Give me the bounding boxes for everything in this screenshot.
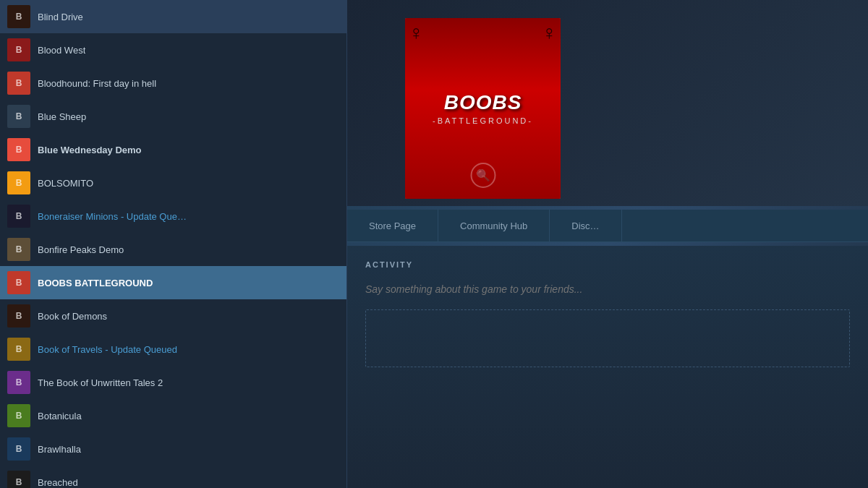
game-icon-botanicula: B bbox=[7, 404, 30, 427]
game-icon-shape-bonfire: B bbox=[7, 238, 30, 261]
game-icon-shape-blue-wednesday: B bbox=[7, 138, 30, 161]
game-icon-blind-drive: B bbox=[7, 5, 30, 28]
game-title-book-unwritten: The Book of Unwritten Tales 2 bbox=[38, 377, 163, 388]
game-update-boneraiser: - Update Que… bbox=[118, 211, 187, 222]
game-icon-bloodhound: B bbox=[7, 72, 30, 95]
game-icon-book-demons: B bbox=[7, 304, 30, 328]
game-title-blind-drive: Blind Drive bbox=[38, 12, 83, 22]
game-title-book-demons: Book of Demons bbox=[38, 311, 107, 322]
activity-content-box bbox=[365, 309, 850, 367]
game-item-boneraiser[interactable]: BBoneraiser Minions - Update Que… bbox=[0, 200, 346, 233]
game-item-bloodhound[interactable]: BBloodhound: First day in hell bbox=[0, 67, 346, 100]
activity-label: ACTIVITY bbox=[365, 260, 850, 269]
game-item-botanicula[interactable]: BBotanicula bbox=[0, 399, 346, 432]
game-link-title-book-travels: Book of Travels bbox=[38, 344, 103, 355]
game-icon-blue-wednesday: B bbox=[7, 138, 30, 161]
game-icon-shape-brawlhalla: B bbox=[7, 437, 30, 461]
tab-community[interactable]: Community Hub bbox=[438, 210, 550, 241]
game-item-blind-drive[interactable]: BBlind Drive bbox=[0, 0, 346, 33]
game-title-boobs: BOOBS BATTLEGROUND bbox=[38, 278, 153, 288]
silhouette-left: ♀ bbox=[409, 22, 424, 45]
main-panel: ♀ ♀ BOOBS -BATTLEGROUND- 🔍 Store PageCom… bbox=[347, 0, 868, 488]
game-icon-book-unwritten: B bbox=[7, 371, 30, 394]
activity-input[interactable] bbox=[365, 280, 850, 299]
game-icon-shape-bolsomito: B bbox=[7, 171, 30, 194]
game-item-blue-wednesday[interactable]: BBlue Wednesday Demo bbox=[0, 133, 346, 166]
game-icon-book-travels: B bbox=[7, 338, 30, 361]
game-title-blue-wednesday: Blue Wednesday Demo bbox=[38, 145, 142, 155]
game-icon-shape-book-travels: B bbox=[7, 338, 30, 361]
game-title-bonfire: Bonfire Peaks Demo bbox=[38, 244, 124, 255]
game-hero: ♀ ♀ BOOBS -BATTLEGROUND- 🔍 bbox=[347, 0, 868, 206]
game-icon-bonfire: B bbox=[7, 238, 30, 261]
nav-tabs: Store PageCommunity HubDisc… bbox=[347, 210, 868, 242]
game-item-breached[interactable]: BBreached bbox=[0, 466, 346, 488]
cover-silhouettes: ♀ ♀ bbox=[405, 22, 561, 45]
game-update-book-travels: - Update Queued bbox=[103, 344, 177, 355]
game-icon-blood-west: B bbox=[7, 38, 30, 61]
game-library-sidebar: BBlind DriveBBlood WestBBloodhound: Firs… bbox=[0, 0, 347, 488]
game-cover-inner: ♀ ♀ BOOBS -BATTLEGROUND- 🔍 bbox=[405, 18, 561, 199]
game-icon-boneraiser: B bbox=[7, 205, 30, 228]
cover-subtitle: -BATTLEGROUND- bbox=[433, 116, 533, 125]
game-icon-shape-bloodhound: B bbox=[7, 72, 30, 95]
activity-section: ACTIVITY bbox=[347, 246, 868, 488]
game-icon-shape-boneraiser: B bbox=[7, 205, 30, 228]
cover-title: BOOBS bbox=[444, 92, 522, 114]
silhouette-right: ♀ bbox=[542, 22, 557, 45]
game-list: BBlind DriveBBlood WestBBloodhound: Firs… bbox=[0, 0, 346, 488]
game-title-botanicula: Botanicula bbox=[38, 411, 82, 421]
game-icon-shape-blue-sheep: B bbox=[7, 105, 30, 128]
game-item-boobs[interactable]: BBOOBS BATTLEGROUND bbox=[0, 266, 346, 299]
game-title-bloodhound: Bloodhound: First day in hell bbox=[38, 78, 156, 89]
game-title-brawlhalla: Brawlhalla bbox=[38, 444, 81, 455]
game-icon-shape-botanicula: B bbox=[7, 404, 30, 427]
game-title-breached: Breached bbox=[38, 477, 78, 488]
game-item-book-travels[interactable]: BBook of Travels - Update Queued bbox=[0, 333, 346, 366]
tab-store[interactable]: Store Page bbox=[347, 210, 438, 241]
game-icon-brawlhalla: B bbox=[7, 437, 30, 461]
game-item-book-demons[interactable]: BBook of Demons bbox=[0, 299, 346, 333]
game-title-blue-sheep: Blue Sheep bbox=[38, 111, 86, 122]
game-title-bolsomito: BOLSOMITO bbox=[38, 178, 93, 189]
search-icon: 🔍 bbox=[470, 163, 495, 188]
game-cover: ♀ ♀ BOOBS -BATTLEGROUND- 🔍 bbox=[405, 18, 561, 199]
game-item-blue-sheep[interactable]: BBlue Sheep bbox=[0, 100, 346, 133]
game-item-bonfire[interactable]: BBonfire Peaks Demo bbox=[0, 233, 346, 266]
game-icon-shape-blind-drive: B bbox=[7, 5, 30, 28]
game-icon-bolsomito: B bbox=[7, 171, 30, 194]
game-icon-boobs: B bbox=[7, 271, 30, 294]
game-title-boneraiser: Boneraiser Minions - Update Que… bbox=[38, 211, 187, 222]
game-icon-blue-sheep: B bbox=[7, 105, 30, 128]
game-icon-breached: B bbox=[7, 471, 30, 488]
game-item-blood-west[interactable]: BBlood West bbox=[0, 33, 346, 67]
game-item-bolsomito[interactable]: BBOLSOMITO bbox=[0, 166, 346, 200]
game-link-title-boneraiser: Boneraiser Minions bbox=[38, 211, 118, 222]
game-icon-shape-book-demons: B bbox=[7, 304, 30, 328]
game-icon-shape-blood-west: B bbox=[7, 38, 30, 61]
game-title-blood-west: Blood West bbox=[38, 45, 85, 56]
game-icon-shape-boobs: B bbox=[7, 271, 30, 294]
game-item-book-unwritten[interactable]: BThe Book of Unwritten Tales 2 bbox=[0, 366, 346, 399]
game-title-book-travels: Book of Travels - Update Queued bbox=[38, 344, 177, 355]
tab-discuss[interactable]: Disc… bbox=[550, 210, 621, 241]
game-icon-shape-book-unwritten: B bbox=[7, 371, 30, 394]
game-item-brawlhalla[interactable]: BBrawlhalla bbox=[0, 432, 346, 466]
game-icon-shape-breached: B bbox=[7, 471, 30, 488]
